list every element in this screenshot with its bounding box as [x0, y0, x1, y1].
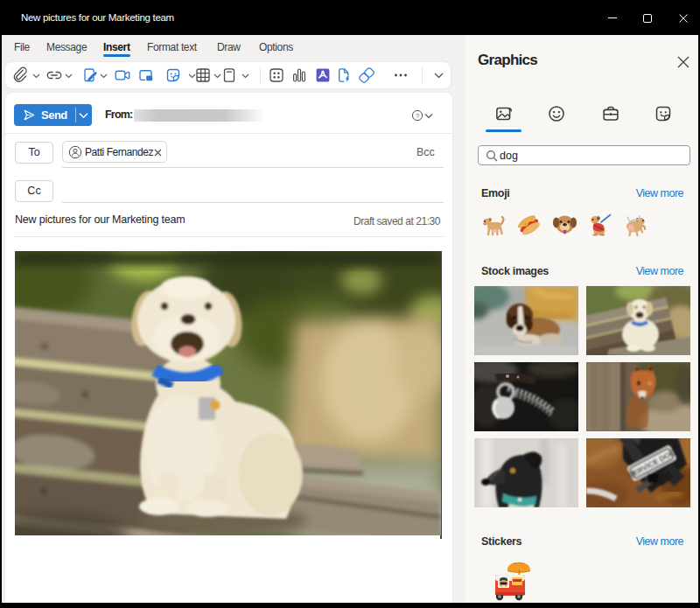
svg-text:?: ? — [416, 112, 419, 120]
